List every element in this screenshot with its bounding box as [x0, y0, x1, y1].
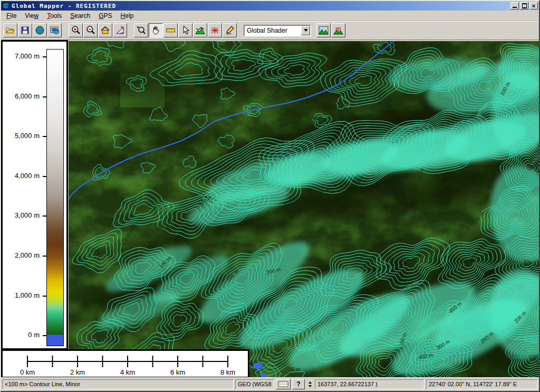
menu-item-tools[interactable]: Tools [43, 11, 66, 21]
minimize-button[interactable] [510, 2, 519, 9]
shader-select-value: Global Shader [245, 27, 301, 34]
full-view-icon [100, 25, 110, 35]
app-icon [2, 2, 9, 9]
3d-view-icon: 3D [333, 25, 343, 35]
zoom-in-icon [71, 25, 81, 35]
legend-label: 3,000 m [15, 212, 40, 220]
pan-tool-icon [151, 25, 161, 35]
menu-item-view[interactable]: View [21, 11, 43, 21]
elevation-legend: 7,000 m6,000 m5,000 m4,000 m3,000 m2,000… [1, 40, 68, 350]
toolbar-group [134, 23, 237, 37]
minimize-icon [513, 7, 517, 8]
toolbar-group [3, 23, 62, 37]
restore-button[interactable] [520, 2, 528, 9]
keyboard-icon [278, 381, 288, 387]
legend-label: 1,000 m [15, 291, 40, 299]
help-button[interactable]: ? [292, 379, 305, 389]
save-workspace-icon [20, 25, 30, 35]
digitizer-tool-icon [225, 25, 235, 35]
legend-tick [43, 176, 46, 177]
web-import-button[interactable] [33, 23, 47, 37]
view-shed-icon [210, 25, 220, 35]
status-projection: GEO (WGS8 [235, 379, 274, 389]
legend-label: 6,000 m [15, 92, 40, 100]
keyboard-button[interactable] [276, 379, 291, 389]
elevation-gradient-bar [46, 49, 64, 346]
contour-label: 20 m [288, 367, 300, 373]
global-mapper-window: { "window": { "title": "Global Mapper - … [0, 0, 540, 392]
menu-bar: FileViewToolsSearchGPSHelp [1, 11, 539, 21]
chevron-down-icon[interactable] [301, 26, 310, 35]
menu-item-file[interactable]: File [2, 11, 21, 21]
legend-tick [43, 96, 46, 97]
status-feature-text: <100 m> Contour Line, Minor [2, 379, 234, 389]
path-profile-button[interactable] [193, 23, 207, 37]
legend-tick [43, 215, 46, 217]
status-cursor-coords: 163737, 22.66722137 ) [315, 379, 425, 389]
full-view-button[interactable] [98, 23, 112, 37]
zoom-tool-icon [136, 25, 146, 35]
pointer-tool-button[interactable] [178, 23, 192, 37]
web-import-icon [35, 25, 45, 35]
status-lat-lon: 22?40' 02.00" N, 114?22' 17.89" E [426, 379, 538, 389]
legend-label: 4,000 m [15, 172, 40, 180]
contour-label: 50 m [305, 115, 317, 121]
svg-text:3D: 3D [335, 26, 341, 32]
pan-tool-button[interactable] [149, 23, 163, 37]
3d-view-button[interactable]: 3D [331, 23, 345, 37]
scale-label: 2 km [70, 368, 85, 376]
measure-tool-button[interactable] [163, 23, 178, 37]
digitizer-tool-button[interactable] [223, 23, 237, 37]
scale-bar: 0 km2 km4 km6 km8 km [1, 349, 249, 378]
legend-tick [43, 136, 46, 137]
2d-view-icon [319, 25, 329, 35]
status-bar: <100 m> Contour Line, Minor GEO (WGS8 ? … [1, 377, 539, 391]
legend-tick [43, 335, 46, 336]
legend-tick [43, 256, 46, 257]
menu-item-search[interactable]: Search [66, 11, 94, 21]
close-icon: × [532, 3, 535, 9]
zoom-in-button[interactable] [69, 23, 83, 37]
path-profile-icon [195, 25, 205, 35]
save-workspace-button[interactable] [18, 23, 32, 37]
toolbar: Global Shader 3D [1, 21, 539, 40]
spinner-up-icon[interactable] [308, 381, 312, 384]
measure-tool-icon [166, 25, 176, 35]
pointer-tool-icon [180, 25, 190, 35]
coordinate-draw-button[interactable] [113, 23, 127, 37]
overlay-control-button[interactable] [47, 23, 62, 37]
menu-item-gps[interactable]: GPS [94, 11, 116, 21]
overlay-control-icon [50, 25, 60, 35]
open-file-icon [5, 25, 15, 35]
menu-item-help[interactable]: Help [117, 11, 138, 21]
contour-label: 150 m [156, 225, 170, 231]
open-file-button[interactable] [3, 23, 17, 37]
contour-label: 50 m [390, 41, 401, 45]
scale-label: 4 km [120, 368, 135, 376]
scale-label: 6 km [170, 368, 185, 376]
spinner-down-icon[interactable] [308, 385, 312, 387]
toolbar-group [69, 23, 128, 37]
zoom-tool-button[interactable] [134, 23, 148, 37]
window-title: Global Mapper - REGISTERED [12, 3, 510, 9]
legend-label: 7,000 m [15, 52, 40, 60]
coordinate-draw-icon [115, 25, 125, 35]
view-shed-button[interactable] [208, 23, 222, 37]
2d-view-button[interactable] [316, 23, 331, 37]
title-bar: Global Mapper - REGISTERED × [1, 1, 539, 11]
scale-label: 0 km [20, 368, 35, 376]
legend-tick [43, 56, 46, 57]
zoom-out-icon [85, 25, 95, 35]
restore-icon [522, 4, 527, 8]
close-button[interactable]: × [529, 2, 538, 9]
legend-tick [43, 296, 46, 297]
legend-label: 0 m [28, 331, 40, 339]
view-buttons: 3D [316, 23, 346, 37]
map-canvas[interactable]: 50 m100 m50 m50 m500 m300 m750 m100 m50 … [69, 41, 540, 378]
legend-label: 2,000 m [15, 251, 40, 259]
legend-label: 5,000 m [15, 132, 40, 140]
shader-select[interactable]: Global Shader [244, 25, 311, 36]
zoom-out-button[interactable] [83, 23, 98, 37]
scale-label: 8 km [220, 368, 235, 376]
zoom-spinner[interactable] [306, 379, 313, 389]
